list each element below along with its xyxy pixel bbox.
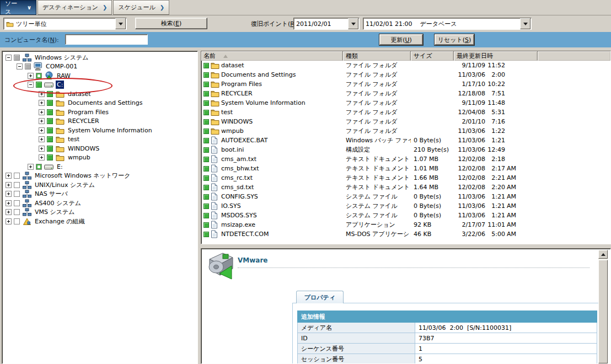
- expander-icon[interactable]: [6, 182, 12, 188]
- file-row[interactable]: RECYCLER ファイル フォルダ 12/18/087:51: [201, 89, 610, 98]
- file-row[interactable]: Program Files ファイル フォルダ 1/17/1010:22: [201, 79, 610, 89]
- file-name[interactable]: CONFIG.SYS: [221, 193, 258, 200]
- tree-item-label[interactable]: AS400 システム: [34, 199, 82, 208]
- file-name[interactable]: cms_bhw.txt: [221, 165, 259, 172]
- expander-icon[interactable]: [6, 191, 12, 197]
- file-row[interactable]: AUTOEXEC.BAT Windows バッチ ファイ... 0 Byte(s…: [201, 136, 610, 145]
- selection-checkbox[interactable]: [14, 200, 20, 206]
- file-name[interactable]: RECYCLER: [221, 90, 253, 97]
- file-row[interactable]: boot.ini 構成設定 210 Byte(s) 11/03/0612:49: [201, 145, 610, 154]
- selection-checkbox[interactable]: [47, 109, 53, 115]
- file-name[interactable]: cms_rc.txt: [221, 174, 253, 181]
- file-row[interactable]: Documents and Settings ファイル フォルダ 11/03/0…: [201, 70, 610, 79]
- tree-item[interactable]: RECYCLER: [2, 117, 197, 126]
- selection-checkbox[interactable]: [203, 166, 209, 172]
- selection-checkbox[interactable]: [47, 91, 53, 97]
- tree-item-label[interactable]: Documents and Settings: [67, 99, 144, 107]
- selection-checkbox[interactable]: [203, 213, 209, 218]
- expander-icon[interactable]: [39, 127, 45, 133]
- expander-icon[interactable]: [39, 91, 45, 97]
- update-button[interactable]: 更新(U): [379, 34, 423, 45]
- file-row[interactable]: MSDOS.SYS システム ファイル 0 Byte(s) 11/03/061:…: [201, 211, 610, 220]
- tree-item[interactable]: Windows システム: [2, 53, 197, 62]
- file-row[interactable]: dataset ファイル フォルダ 9/11/0911:52: [201, 61, 610, 70]
- tree-item-label[interactable]: E:: [56, 163, 64, 171]
- file-row[interactable]: cms_sd.txt テキスト ドキュメント 1.64 MB 12/02/082…: [201, 183, 610, 192]
- tree-item[interactable]: RAW: [2, 71, 197, 81]
- expander-icon[interactable]: [39, 109, 45, 115]
- tab-source[interactable]: ソース ∨: [0, 0, 36, 15]
- file-row[interactable]: wmpub ファイル フォルダ 11/03/061:22: [201, 126, 610, 136]
- recovery-session-combobox[interactable]: 11/02/01 21:00 データベース: [363, 18, 532, 30]
- recovery-date-combobox[interactable]: 2011/02/01: [293, 18, 360, 30]
- file-name[interactable]: NTDETECT.COM: [221, 231, 269, 238]
- tree-item-label[interactable]: Windows システム: [34, 53, 90, 62]
- selection-checkbox[interactable]: [203, 100, 209, 106]
- selection-checkbox[interactable]: [203, 91, 209, 97]
- dropdown-arrow-icon[interactable]: [520, 18, 530, 29]
- dropdown-arrow-icon[interactable]: [115, 18, 126, 29]
- reset-button[interactable]: リセット(S): [435, 34, 474, 45]
- expander-icon[interactable]: [6, 173, 12, 179]
- selection-checkbox[interactable]: [203, 129, 209, 134]
- tree-item-label[interactable]: Program Files: [67, 108, 110, 116]
- expander-icon[interactable]: [6, 55, 12, 61]
- tree-item[interactable]: UNIX/Linux システム: [2, 180, 197, 190]
- selection-checkbox[interactable]: [14, 173, 20, 179]
- selection-checkbox[interactable]: [203, 157, 209, 162]
- expander-icon[interactable]: [28, 164, 34, 170]
- expander-icon[interactable]: [39, 118, 45, 124]
- selection-checkbox[interactable]: [14, 55, 20, 61]
- file-name[interactable]: Program Files: [221, 81, 262, 88]
- details-scrollbar[interactable]: [598, 250, 608, 363]
- selection-checkbox[interactable]: [25, 63, 31, 69]
- selection-checkbox[interactable]: [203, 110, 209, 115]
- search-button[interactable]: 検索(E): [135, 18, 207, 29]
- tree-item[interactable]: E:: [2, 162, 197, 172]
- selection-checkbox[interactable]: [47, 136, 53, 142]
- selection-checkbox[interactable]: [203, 175, 209, 181]
- selection-checkbox[interactable]: [47, 154, 53, 160]
- expander-icon[interactable]: [17, 63, 23, 69]
- tree-item-label[interactable]: dataset: [67, 90, 92, 98]
- tree-item-label[interactable]: RAW: [56, 72, 72, 80]
- tree-item-label[interactable]: UNIX/Linux システム: [34, 180, 96, 190]
- tree-item-label[interactable]: wmpub: [67, 153, 92, 162]
- file-name[interactable]: System Volume Information: [221, 99, 306, 106]
- tree-item-label[interactable]: C:: [56, 81, 64, 89]
- scrollbar-thumb[interactable]: [598, 260, 608, 363]
- selection-checkbox[interactable]: [14, 209, 20, 215]
- selection-checkbox[interactable]: [36, 164, 42, 170]
- tree-item[interactable]: COMP-001: [2, 62, 197, 72]
- selection-checkbox[interactable]: [203, 82, 209, 87]
- file-name[interactable]: IO.SYS: [221, 202, 241, 210]
- expander-icon[interactable]: [6, 209, 12, 215]
- file-row[interactable]: msizap.exe アプリケーション 92 KB 2/17/0711:01AM: [201, 220, 610, 229]
- file-name[interactable]: MSDOS.SYS: [221, 212, 257, 219]
- selection-checkbox[interactable]: [14, 191, 20, 197]
- file-row[interactable]: WINDOWS ファイル フォルダ 2/01/107:16: [201, 117, 610, 126]
- file-row[interactable]: CONFIG.SYS システム ファイル 0 Byte(s) 11/03/061…: [201, 192, 610, 201]
- file-row[interactable]: cms_am.txt テキスト ドキュメント 1.07 MB 12/02/082…: [201, 154, 610, 164]
- expander-icon[interactable]: [28, 73, 34, 79]
- tree-item[interactable]: Documents and Settings: [2, 99, 197, 108]
- column-header[interactable]: 最終更新日時: [454, 51, 538, 61]
- file-name[interactable]: AUTOEXEC.BAT: [221, 137, 268, 144]
- selection-checkbox[interactable]: [47, 146, 53, 152]
- file-name[interactable]: cms_am.txt: [221, 156, 256, 163]
- file-name[interactable]: wmpub: [221, 127, 244, 135]
- selection-checkbox[interactable]: [203, 204, 209, 209]
- tree-item-label[interactable]: Exchange の組織: [34, 217, 86, 226]
- tree-item-label[interactable]: VMS システム: [34, 207, 76, 217]
- file-name[interactable]: msizap.exe: [221, 221, 255, 228]
- expander-icon[interactable]: [39, 146, 45, 152]
- tree-item[interactable]: System Volume Information: [2, 126, 197, 135]
- tree-item-label[interactable]: test: [67, 135, 81, 143]
- selection-checkbox[interactable]: [203, 222, 209, 228]
- file-row[interactable]: NTDETECT.COM MS-DOS アプリケーション 46 KB 3/22/…: [201, 229, 610, 239]
- tree-item-label[interactable]: COMP-001: [45, 62, 78, 71]
- tree-item[interactable]: test: [2, 135, 197, 144]
- tree-filter-combobox[interactable]: ツリー単位: [3, 18, 127, 30]
- tree-item[interactable]: dataset: [2, 89, 197, 99]
- expander-icon[interactable]: [6, 200, 12, 206]
